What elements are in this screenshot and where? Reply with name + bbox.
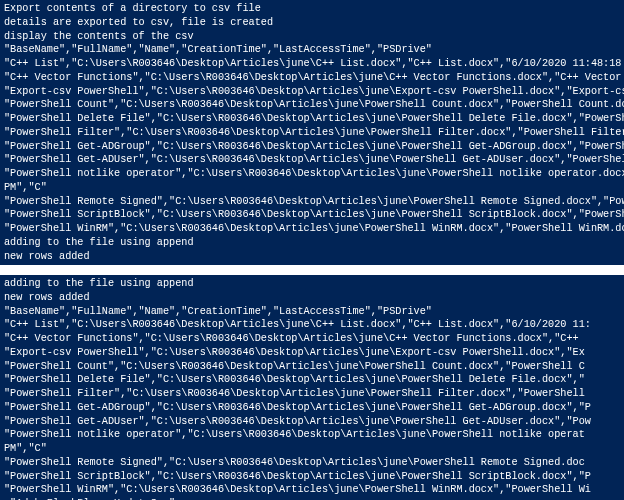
console-line: Export contents of a directory to csv fi… [4,2,620,16]
console-line: display the contents of the csv [4,30,620,44]
console-line: "PowerShell Get-ADUser","C:\Users\R00364… [4,153,620,167]
console-line: adding to the file using append [4,236,620,250]
console-line: "PowerShell Count","C:\Users\R003646\Des… [4,360,620,374]
console-line: "BaseName","FullName","Name","CreationTi… [4,43,620,57]
console-line: "Export-csv PowerShell","C:\Users\R00364… [4,85,620,99]
console-line: "PowerShell ScriptBlock","C:\Users\R0036… [4,208,620,222]
console-line: "C++ List","C:\Users\R003646\Desktop\Art… [4,318,620,332]
powershell-console-bottom[interactable]: adding to the file using appendnew rows … [0,275,624,500]
spacer [0,265,624,275]
console-line: "PowerShell WinRM","C:\Users\R003646\Des… [4,222,620,236]
console-line: PM","C" [4,442,620,456]
console-line: "C++ Vector Functions","C:\Users\R003646… [4,332,620,346]
console-line: "BaseName","FullName","Name","CreationTi… [4,305,620,319]
console-line: "PowerShell notlike operator","C:\Users\… [4,428,620,442]
console-line: "PowerShell ScriptBlock","C:\Users\R0036… [4,470,620,484]
console-line: "PowerShell Filter","C:\Users\R003646\De… [4,126,620,140]
console-line: adding to the file using append [4,277,620,291]
console-line: "PowerShell Delete File","C:\Users\R0036… [4,112,620,126]
console-line: "PowerShell Count","C:\Users\R003646\Des… [4,98,620,112]
powershell-console-top[interactable]: Export contents of a directory to csv fi… [0,0,624,265]
console-line: "C++ Vector Functions","C:\Users\R003646… [4,71,620,85]
console-line: "PowerShell Get-ADGroup","C:\Users\R0036… [4,140,620,154]
console-line: "PowerShell Filter","C:\Users\R003646\De… [4,387,620,401]
console-line: "PowerShell WinRM","C:\Users\R003646\Des… [4,483,620,497]
console-line: new rows added [4,250,620,264]
console-line: "PowerShell Delete File","C:\Users\R0036… [4,373,620,387]
console-line: "PowerShell Remote Signed","C:\Users\R00… [4,456,620,470]
console-line: "PowerShell Get-ADUser","C:\Users\R00364… [4,415,620,429]
console-line: "Export-csv PowerShell","C:\Users\R00364… [4,346,620,360]
console-line: "PowerShell Get-ADGroup","C:\Users\R0036… [4,401,620,415]
console-line: details are exported to csv, file is cre… [4,16,620,30]
console-line: "PowerShell notlike operator","C:\Users\… [4,167,620,181]
console-line: "C++ List","C:\Users\R003646\Desktop\Art… [4,57,620,71]
console-line: "PowerShell Remote Signed","C:\Users\R00… [4,195,620,209]
console-line: PM","C" [4,181,620,195]
console-line: new rows added [4,291,620,305]
